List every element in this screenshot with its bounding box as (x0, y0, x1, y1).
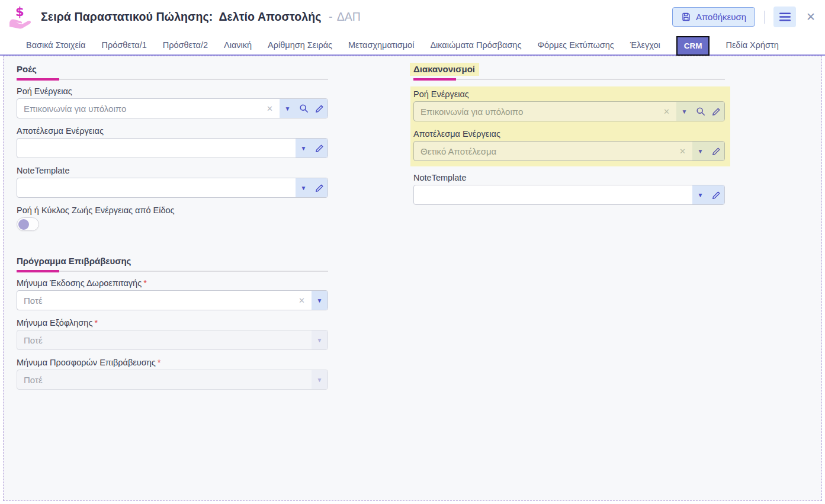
window-header: $ Σειρά Παραστατικού Πώλησης:Δελτίο Αποσ… (0, 0, 825, 34)
field-payoff-msg: Μήνυμα Εξόφλησης* ▼ (17, 318, 328, 350)
field-reward-offers-msg: Μήνυμα Προσφορών Επιβράβευσης* ▼ (17, 358, 328, 390)
dropdown-arrow-icon[interactable]: ▼ (296, 178, 312, 197)
page-title-separator: - (329, 10, 333, 23)
dropdown-arrow-icon: ▼ (312, 370, 328, 389)
combo-buttons: ▼ (312, 291, 328, 310)
dropdown-arrow-icon[interactable]: ▼ (676, 102, 692, 121)
action-result-input[interactable] (17, 139, 296, 158)
search-icon[interactable] (296, 99, 312, 118)
payoff-msg-select-disabled: ▼ (17, 330, 328, 350)
hamburger-icon (779, 12, 791, 21)
combo-buttons: ▼ (676, 102, 724, 121)
highlighted-fields-block: Ροή Ενέργειας ✕ ▼ Αποτ (410, 86, 730, 166)
reward-offers-msg-input (17, 370, 312, 389)
edit-pencil-icon[interactable] (708, 102, 724, 121)
section-rule (17, 78, 328, 81)
label-text: Μήνυμα Έκδοσης Δωροεπιταγής (17, 278, 142, 288)
note-template-combobox[interactable]: ▼ (17, 178, 328, 198)
combo-buttons: ▼ (280, 99, 328, 118)
close-button[interactable]: ✕ (806, 11, 816, 23)
spacer (17, 231, 331, 256)
dropdown-arrow-icon[interactable]: ▼ (312, 291, 328, 310)
tab-series-numbering[interactable]: Αρίθμηση Σειράς (268, 40, 332, 50)
settlement-action-result-input[interactable] (414, 142, 673, 160)
tab-bar: Βασικά Στοιχεία Πρόσθετα/1 Πρόσθετα/2 Λι… (0, 34, 825, 56)
menu-button[interactable] (773, 7, 796, 27)
edit-pencil-icon[interactable] (312, 178, 328, 197)
tab-crm[interactable]: CRM (676, 36, 710, 56)
action-result-combobox[interactable]: ▼ (17, 138, 328, 158)
settlement-action-flow-input[interactable] (414, 102, 657, 121)
clear-icon[interactable]: ✕ (673, 142, 692, 160)
clear-icon[interactable]: ✕ (260, 99, 280, 118)
payoff-msg-input (17, 330, 312, 349)
required-mark: * (158, 358, 161, 367)
field-settlement-action-result: Αποτέλεσμα Ενέργειας ✕ ▼ (413, 129, 725, 161)
edit-pencil-icon[interactable] (708, 142, 724, 160)
field-action-result: Αποτέλεσμα Ενέργειας ▼ (17, 126, 328, 158)
sales-money-hand-icon: $ (7, 5, 32, 30)
field-voucher-issue-msg: Μήνυμα Έκδοσης Δωροεπιταγής* ✕ ▼ (17, 278, 328, 310)
section-title-settlements: Διακανονισμοί (413, 64, 733, 74)
tab-transformations[interactable]: Μετασχηματισμοί (348, 40, 414, 50)
dropdown-arrow-icon: ▼ (312, 330, 328, 349)
dropdown-arrow-icon[interactable]: ▼ (692, 142, 708, 160)
edit-pencil-icon[interactable] (708, 185, 724, 204)
clear-icon[interactable]: ✕ (657, 102, 676, 121)
page-title-main: Δελτίο Αποστολής (219, 10, 321, 23)
settlement-note-template-combobox[interactable]: ▼ (413, 185, 725, 205)
field-settlement-action-flow: Ροή Ενέργειας ✕ ▼ (413, 89, 725, 121)
combo-buttons: ▼ (692, 185, 724, 204)
crm-tab-panel: Ροές Ροή Ενέργειας ✕ ▼ Αποτέλεσμα Ενέ (3, 56, 822, 501)
reward-offers-msg-select-disabled: ▼ (17, 370, 328, 390)
dropdown-arrow-icon[interactable]: ▼ (280, 99, 296, 118)
settlement-action-result-combobox[interactable]: ✕ ▼ (413, 141, 725, 161)
edit-pencil-icon[interactable] (312, 139, 328, 158)
page-title-prefix: Σειρά Παραστατικού Πώλησης: (41, 10, 213, 23)
combo-buttons: ▼ (296, 139, 328, 158)
combo-buttons: ▼ (312, 330, 328, 349)
svg-text:$: $ (15, 5, 24, 19)
toggle-knob (18, 219, 29, 230)
settlement-action-flow-combobox[interactable]: ✕ ▼ (413, 101, 725, 121)
edit-pencil-icon[interactable] (312, 99, 328, 118)
highlighted-title: Διακανονισμοί (410, 63, 479, 76)
action-flow-combobox[interactable]: ✕ ▼ (17, 98, 328, 118)
flow-from-item-toggle[interactable] (17, 217, 39, 231)
tab-retail[interactable]: Λιανική (224, 40, 252, 50)
voucher-issue-msg-select[interactable]: ✕ ▼ (17, 290, 328, 310)
header-divider (764, 11, 765, 24)
tab-print-forms[interactable]: Φόρμες Εκτύπωσης (537, 40, 614, 50)
dropdown-arrow-icon[interactable]: ▼ (692, 185, 708, 204)
section-rule (17, 270, 328, 272)
tab-user-fields[interactable]: Πεδία Χρήστη (726, 40, 778, 50)
voucher-issue-msg-input[interactable] (17, 291, 292, 310)
action-flow-label: Ροή Ενέργειας (17, 86, 328, 96)
note-template-input[interactable] (17, 178, 296, 197)
tab-basic-info[interactable]: Βασικά Στοιχεία (26, 40, 85, 50)
tab-extras-2[interactable]: Πρόσθετα/2 (163, 40, 208, 50)
required-mark: * (143, 278, 147, 288)
tab-extras-1[interactable]: Πρόσθετα/1 (101, 40, 146, 50)
save-floppy-icon (681, 12, 691, 22)
note-template-label: NoteTemplate (17, 166, 328, 175)
action-flow-input[interactable] (17, 99, 260, 118)
dropdown-arrow-icon[interactable]: ▼ (296, 139, 312, 158)
clear-icon[interactable]: ✕ (292, 291, 312, 310)
label-text: Μήνυμα Εξόφλησης (17, 318, 92, 328)
page-title-code: ΔΑΠ (337, 10, 361, 23)
tab-access-rights[interactable]: Δικαιώματα Πρόσβασης (430, 40, 521, 50)
save-button[interactable]: Αποθήκευση (672, 7, 755, 27)
flow-from-item-label: Ροή ή Κύκλος Ζωής Ενέργειας από Είδος (17, 206, 328, 215)
field-note-template: NoteTemplate ▼ (17, 166, 328, 198)
settlement-note-template-input[interactable] (414, 185, 692, 204)
label-text: Μήνυμα Προσφορών Επιβράβευσης (17, 358, 156, 367)
tab-checks[interactable]: Έλεγχοι (630, 40, 660, 50)
search-icon[interactable] (692, 102, 708, 121)
section-rule (413, 78, 725, 81)
column-flows: Ροές Ροή Ενέργειας ✕ ▼ Αποτέλεσμα Ενέ (17, 64, 331, 500)
save-button-label: Αποθήκευση (696, 12, 746, 22)
voucher-issue-msg-label: Μήνυμα Έκδοσης Δωροεπιταγής* (17, 278, 328, 288)
reward-offers-msg-label: Μήνυμα Προσφορών Επιβράβευσης* (17, 358, 328, 367)
field-action-flow: Ροή Ενέργειας ✕ ▼ (17, 86, 328, 118)
